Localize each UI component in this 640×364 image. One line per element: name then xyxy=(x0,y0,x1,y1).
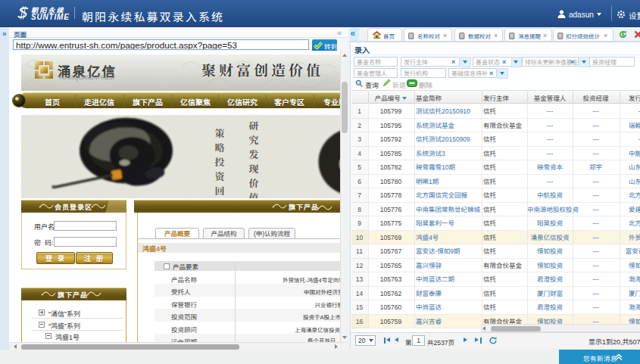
svg-text:$: $ xyxy=(621,31,624,38)
